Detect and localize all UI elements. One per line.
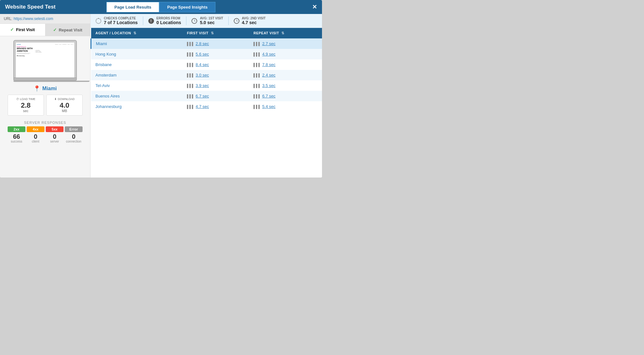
stat-checks-label: CHECKS COMPLETE xyxy=(104,17,138,20)
location-label: 📍 Miami xyxy=(33,85,57,92)
metrics-row: ⏱ LOAD TIME 2.8 sec ⬇ DOWNLOAD 4.0 MB xyxy=(4,92,86,118)
first-visit-cell: ▌▌▌6.7 sec xyxy=(183,91,249,101)
stat-checks-value: 7 of 7 Locations xyxy=(104,20,138,25)
badge-4xx: 4xx xyxy=(27,126,44,132)
table-row[interactable]: Tel-Aviv▌▌▌3.9 sec▌▌▌3.5 sec xyxy=(91,80,322,91)
tab-page-load-results[interactable]: Page Load Results xyxy=(106,2,159,12)
repeat-visit-tab[interactable]: ✓ Repeat Visit xyxy=(45,24,90,36)
checks-icon xyxy=(96,18,101,24)
repeat-visit-time[interactable]: 5.4 sec xyxy=(262,104,276,109)
repeat-visit-time[interactable]: 2.7 sec xyxy=(262,41,276,46)
laptop-base xyxy=(13,81,90,82)
bar-chart-icon: ▌▌▌ xyxy=(187,73,194,77)
sort-icon-repeat: ⇅ xyxy=(281,31,285,35)
repeat-visit-time[interactable]: 3.5 sec xyxy=(262,83,276,88)
stat-avg-second-label: AVG: 2nd VISIT xyxy=(242,17,266,20)
checkmark-icon: ✓ xyxy=(10,27,14,32)
stat-errors-value: 0 Locations xyxy=(157,20,181,25)
location-cell: Johannesburg xyxy=(91,101,183,112)
first-visit-time[interactable]: 2.8 sec xyxy=(196,41,209,46)
right-panel: CHECKS COMPLETE 7 of 7 Locations ! ERROR… xyxy=(91,14,322,178)
bar-chart-icon: ▌▌▌ xyxy=(187,42,194,46)
first-visit-time[interactable]: 3.0 sec xyxy=(196,73,209,77)
col-first-visit[interactable]: FIRST VISIT ⇅ xyxy=(183,28,249,38)
location-link[interactable]: Amsterdam xyxy=(96,73,117,77)
bar-chart-icon: ▌▌▌ xyxy=(187,84,194,88)
first-visit-time[interactable]: 8.4 sec xyxy=(196,62,209,67)
download-value: 4.0 xyxy=(49,102,80,109)
first-visit-cell: ▌▌▌2.8 sec xyxy=(183,38,249,49)
tab-page-speed-insights[interactable]: Page Speed Insights xyxy=(159,2,216,12)
bar-chart-icon-2: ▌▌▌ xyxy=(253,52,261,56)
load-time-unit: sec xyxy=(10,109,41,113)
bar-chart-icon-2: ▌▌▌ xyxy=(253,73,261,77)
pin-icon: 📍 xyxy=(33,85,40,92)
first-visit-time[interactable]: 4.7 sec xyxy=(196,104,209,109)
url-label: URL: xyxy=(4,17,12,21)
count-5xx: 0 xyxy=(46,133,64,140)
table-row[interactable]: Hong Kong▌▌▌5.6 sec▌▌▌4.9 sec xyxy=(91,49,322,59)
table-row[interactable]: Buenos Aires▌▌▌6.7 sec▌▌▌6.7 sec xyxy=(91,91,322,101)
badge-5xx: 5xx xyxy=(46,126,64,132)
table-header: AGENT / LOCATION ⇅ FIRST VISIT ⇅ REPEAT … xyxy=(91,28,322,38)
close-button[interactable]: ✕ xyxy=(312,3,317,10)
visit-tabs: ✓ First Visit ✓ Repeat Visit xyxy=(0,24,90,36)
first-visit-tab[interactable]: ✓ First Visit xyxy=(0,24,45,36)
laptop-mockup: selesti Services — Work — Knowledge — Ab… xyxy=(13,40,77,82)
bar-chart-icon: ▌▌▌ xyxy=(187,52,194,56)
bar-chart-icon-2: ▌▌▌ xyxy=(253,105,261,109)
first-visit-time[interactable]: 5.6 sec xyxy=(196,52,209,57)
stat-errors-label: ERRORS FROM xyxy=(157,17,181,20)
code-4xx: 4xx 0 client xyxy=(27,126,44,143)
url-link[interactable]: https://www.selesti.com xyxy=(14,17,53,21)
location-link[interactable]: Miami xyxy=(96,41,107,46)
location-link[interactable]: Brisbane xyxy=(96,62,112,67)
label-5xx: server xyxy=(46,140,64,143)
table-row[interactable]: Miami▌▌▌2.8 sec▌▌▌2.7 sec xyxy=(91,38,322,49)
first-visit-cell: ▌▌▌3.0 sec xyxy=(183,70,249,80)
laptop-screen-outer: selesti Services — Work — Knowledge — Ab… xyxy=(13,40,77,78)
count-error: 0 xyxy=(65,133,83,140)
col-repeat-visit[interactable]: REPEAT VISIT ⇅ xyxy=(249,28,322,38)
stat-avg-first-text: AVG: 1st VISIT 5.0 sec xyxy=(200,17,223,25)
repeat-visit-time[interactable]: 2.4 sec xyxy=(262,73,276,77)
repeat-visit-time[interactable]: 7.8 sec xyxy=(262,62,276,67)
download-box: ⬇ DOWNLOAD 4.0 MB xyxy=(46,95,83,116)
avg-first-icon xyxy=(191,18,197,24)
stat-errors-text: ERRORS FROM 0 Locations xyxy=(157,17,181,25)
code-5xx: 5xx 0 server xyxy=(46,126,64,143)
stat-checks-complete: CHECKS COMPLETE 7 of 7 Locations xyxy=(96,17,143,25)
count-4xx: 0 xyxy=(27,133,44,140)
load-time-label: ⏱ LOAD TIME xyxy=(10,97,41,101)
table-row[interactable]: Johannesburg▌▌▌4.7 sec▌▌▌5.4 sec xyxy=(91,101,322,112)
col-location[interactable]: AGENT / LOCATION ⇅ xyxy=(91,28,183,38)
first-visit-cell: ▌▌▌4.7 sec xyxy=(183,101,249,112)
location-link[interactable]: Buenos Aires xyxy=(96,94,120,98)
server-responses-title: SERVER RESPONSES xyxy=(8,121,83,124)
errors-icon: ! xyxy=(148,18,154,24)
badge-2xx: 2xx xyxy=(8,126,25,132)
stat-avg-first: AVG: 1st VISIT 5.0 sec xyxy=(191,17,228,25)
first-visit-time[interactable]: 6.7 sec xyxy=(196,94,209,98)
first-visit-cell: ▌▌▌5.6 sec xyxy=(183,49,249,59)
location-link[interactable]: Johannesburg xyxy=(96,104,122,109)
location-link[interactable]: Tel-Aviv xyxy=(96,83,110,88)
server-responses: SERVER RESPONSES 2xx 66 success 4xx 0 cl… xyxy=(4,118,86,146)
app-title: Website Speed Test xyxy=(5,4,56,10)
location-link[interactable]: Hong Kong xyxy=(96,52,116,57)
first-visit-label: First Visit xyxy=(16,27,35,32)
code-2xx: 2xx 66 success xyxy=(8,126,25,143)
repeat-visit-time[interactable]: 4.9 sec xyxy=(262,52,276,57)
stat-avg-second-value: 4.7 sec xyxy=(242,20,266,25)
bar-chart-icon-2: ▌▌▌ xyxy=(253,42,261,46)
stat-avg-second: AVG: 2nd VISIT 4.7 sec xyxy=(234,17,271,25)
repeat-visit-time[interactable]: 6.7 sec xyxy=(262,94,276,98)
table-row[interactable]: Brisbane▌▌▌8.4 sec▌▌▌7.8 sec xyxy=(91,59,322,70)
url-bar: URL: https://www.selesti.com xyxy=(0,14,90,24)
table-row[interactable]: Amsterdam▌▌▌3.0 sec▌▌▌2.4 sec xyxy=(91,70,322,80)
location-name: Miami xyxy=(42,86,57,91)
bar-chart-icon: ▌▌▌ xyxy=(187,63,194,67)
response-codes: 2xx 66 success 4xx 0 client 5xx 0 se xyxy=(8,126,83,143)
repeat-visit-cell: ▌▌▌5.4 sec xyxy=(249,101,322,112)
first-visit-time[interactable]: 3.9 sec xyxy=(196,83,209,88)
